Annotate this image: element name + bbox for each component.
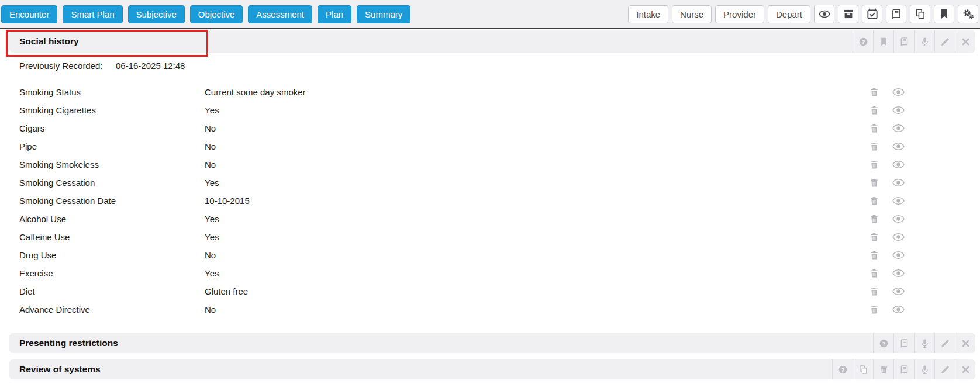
eye-row-button[interactable] bbox=[892, 177, 905, 189]
bookmark-icon bbox=[879, 37, 889, 47]
trash-row-button[interactable] bbox=[869, 105, 879, 116]
eye-button[interactable] bbox=[814, 5, 834, 23]
eye-row-button[interactable] bbox=[892, 158, 905, 171]
eye-icon bbox=[892, 267, 905, 279]
row-label: Advance Directive bbox=[19, 305, 205, 314]
microphone-tool-button[interactable] bbox=[914, 30, 934, 53]
microphone-tool-button[interactable] bbox=[914, 333, 934, 353]
eye-row-button[interactable] bbox=[892, 104, 905, 116]
nav-button-group: EncounterSmart PlanSubjectiveObjectiveAs… bbox=[1, 5, 410, 23]
nav-subjective[interactable]: Subjective bbox=[128, 5, 185, 23]
eye-row-button[interactable] bbox=[892, 267, 905, 279]
eye-row-button[interactable] bbox=[892, 249, 905, 261]
pencil-icon bbox=[940, 365, 950, 375]
nav-plan[interactable]: Plan bbox=[318, 5, 351, 23]
row-actions bbox=[869, 140, 905, 153]
book-tool-button[interactable] bbox=[893, 333, 914, 353]
book-tool-button[interactable] bbox=[893, 359, 914, 379]
section-title: Review of systems bbox=[19, 364, 101, 375]
trash-row-button[interactable] bbox=[869, 196, 879, 206]
trash-icon bbox=[869, 105, 879, 116]
help-tool-button[interactable] bbox=[873, 333, 893, 353]
nav-summary[interactable]: Summary bbox=[357, 5, 410, 23]
book-tool-button[interactable] bbox=[893, 30, 914, 53]
close-tool-button[interactable] bbox=[955, 30, 975, 53]
close-icon bbox=[961, 37, 971, 47]
row-actions bbox=[869, 285, 905, 297]
help-tool-button[interactable] bbox=[832, 359, 853, 379]
history-row: CigarsNo bbox=[19, 119, 980, 137]
nav-objective[interactable]: Objective bbox=[190, 5, 243, 23]
eye-icon bbox=[892, 158, 905, 171]
eye-icon bbox=[892, 303, 905, 316]
history-row: Drug UseNo bbox=[19, 246, 980, 264]
trash-row-button[interactable] bbox=[869, 214, 879, 224]
archive-button[interactable] bbox=[838, 5, 858, 23]
pencil-tool-button[interactable] bbox=[934, 30, 955, 53]
trash-row-button[interactable] bbox=[869, 232, 879, 243]
trash-row-button[interactable] bbox=[869, 268, 879, 279]
topbar-right-group: IntakeNurseProviderDepart bbox=[628, 5, 978, 23]
bookmark-tool-button[interactable] bbox=[873, 30, 893, 53]
copy-icon bbox=[858, 365, 868, 375]
eye-row-button[interactable] bbox=[892, 285, 905, 297]
row-value: Yes bbox=[205, 268, 869, 278]
row-label: Cigars bbox=[19, 123, 205, 133]
trash-row-button[interactable] bbox=[869, 160, 879, 170]
eye-row-button[interactable] bbox=[892, 231, 905, 243]
trash-row-button[interactable] bbox=[869, 141, 879, 152]
trash-row-button[interactable] bbox=[869, 87, 879, 98]
pencil-icon bbox=[940, 37, 950, 47]
bookmark-button[interactable] bbox=[934, 5, 954, 23]
stage-provider-button[interactable]: Provider bbox=[715, 5, 764, 23]
trash-row-button[interactable] bbox=[869, 250, 879, 261]
history-row: Caffeine UseYes bbox=[19, 228, 980, 246]
eye-row-button[interactable] bbox=[892, 213, 905, 225]
section-header-social-history: Social history bbox=[9, 30, 975, 53]
trash-icon bbox=[869, 250, 879, 261]
history-row: Advance DirectiveNo bbox=[19, 300, 980, 319]
stage-depart-button[interactable]: Depart bbox=[768, 5, 810, 23]
row-value: Yes bbox=[205, 178, 869, 188]
microphone-icon bbox=[920, 365, 930, 375]
eye-row-button[interactable] bbox=[892, 195, 905, 207]
eye-icon bbox=[892, 195, 905, 207]
row-value: No bbox=[205, 160, 869, 169]
pencil-tool-button[interactable] bbox=[934, 333, 955, 353]
eye-icon bbox=[892, 285, 905, 297]
calendar-check-button[interactable] bbox=[862, 5, 882, 23]
trash-row-button[interactable] bbox=[869, 305, 879, 315]
previously-recorded-value: 06-16-2025 12:48 bbox=[116, 61, 185, 71]
eye-row-button[interactable] bbox=[892, 140, 905, 153]
close-tool-button[interactable] bbox=[955, 359, 975, 379]
eye-row-button[interactable] bbox=[892, 122, 905, 134]
row-value: Gluten free bbox=[205, 286, 869, 296]
history-row: Smoking CessationYes bbox=[19, 174, 980, 192]
nav-encounter[interactable]: Encounter bbox=[1, 5, 57, 23]
trash-row-button[interactable] bbox=[869, 123, 879, 134]
gears-button[interactable] bbox=[958, 5, 978, 23]
eye-row-button[interactable] bbox=[892, 303, 905, 316]
trash-row-button[interactable] bbox=[869, 286, 879, 297]
stage-button-group: IntakeNurseProviderDepart bbox=[628, 5, 810, 23]
trash-row-button[interactable] bbox=[869, 178, 879, 188]
book-button[interactable] bbox=[886, 5, 906, 23]
nav-smart-plan[interactable]: Smart Plan bbox=[63, 5, 122, 23]
pencil-tool-button[interactable] bbox=[934, 359, 955, 379]
book-icon bbox=[891, 8, 902, 20]
stage-nurse-button[interactable]: Nurse bbox=[672, 5, 712, 23]
close-tool-button[interactable] bbox=[955, 333, 975, 353]
help-icon bbox=[879, 338, 889, 348]
eye-row-button[interactable] bbox=[892, 86, 905, 98]
stage-intake-button[interactable]: Intake bbox=[628, 5, 668, 23]
trash-icon bbox=[869, 141, 879, 152]
row-label: Alcohol Use bbox=[19, 214, 205, 224]
copy-tool-button[interactable] bbox=[853, 359, 873, 379]
top-toolbar: EncounterSmart PlanSubjectiveObjectiveAs… bbox=[0, 0, 980, 29]
help-tool-button[interactable] bbox=[853, 30, 873, 53]
copy-button[interactable] bbox=[910, 5, 930, 23]
bookmark-icon bbox=[938, 8, 950, 20]
trash-tool-button[interactable] bbox=[873, 359, 893, 379]
nav-assessment[interactable]: Assessment bbox=[248, 5, 312, 23]
microphone-tool-button[interactable] bbox=[914, 359, 934, 379]
